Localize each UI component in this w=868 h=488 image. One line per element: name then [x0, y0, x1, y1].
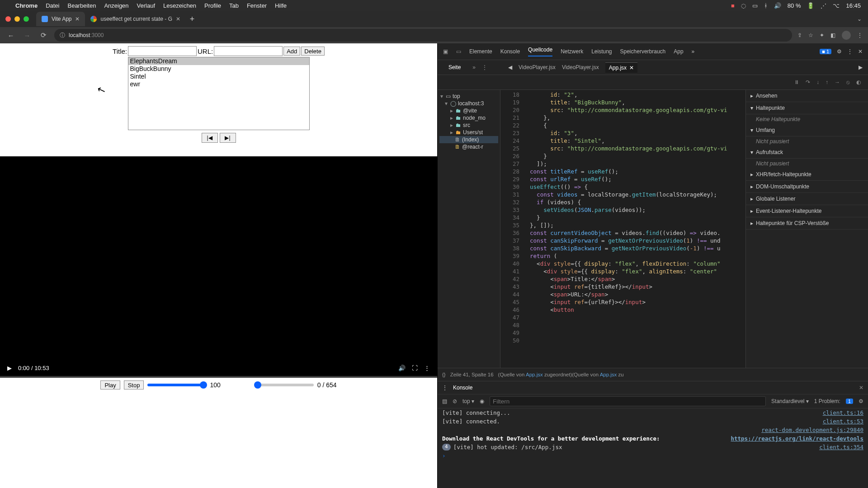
console-filter-input[interactable]: [490, 396, 766, 406]
console-output[interactable]: [vite] connecting... client.ts:16 [vite]…: [438, 408, 868, 488]
video-listbox[interactable]: ElephantsDream BigBuckBunny Sintel ewr: [128, 57, 310, 130]
menu-datei[interactable]: Datei: [46, 2, 59, 9]
console-sidebar-icon[interactable]: ▤: [442, 398, 447, 404]
react-devtools-link[interactable]: https://reactjs.org/link/react-devtools: [731, 435, 864, 442]
subtab-more-icon[interactable]: »: [472, 64, 476, 70]
sidepanel-icon[interactable]: ◧: [830, 32, 835, 38]
address-bar[interactable]: ⓘ localhost:3000: [54, 29, 792, 42]
panel-speicher[interactable]: Speicherverbrauch: [620, 48, 666, 55]
chrome-menu-icon[interactable]: ⋮: [857, 32, 863, 38]
close-file-icon[interactable]: ✕: [629, 65, 634, 71]
tree-folder[interactable]: Users/st: [463, 129, 483, 136]
menu-tab[interactable]: Tab: [229, 2, 239, 9]
video-player[interactable]: ▶ 0:00 / 10:53 🔊 ⛶ ⋮: [0, 156, 437, 378]
sourcemap-link[interactable]: App.jsx: [600, 372, 617, 377]
panel-quellcode[interactable]: Quellcode: [528, 47, 552, 56]
tree-host[interactable]: localhost:3: [458, 100, 484, 107]
file-tab-active[interactable]: App.jsx ✕: [605, 62, 637, 73]
devtools-close-icon[interactable]: ✕: [858, 48, 863, 55]
console-source-link[interactable]: client.ts:354: [819, 444, 863, 450]
section-event[interactable]: ▸ Event-Listener-Haltepunkte: [746, 205, 868, 217]
list-item[interactable]: ElephantsDream: [128, 57, 309, 65]
status-volume-icon[interactable]: 🔊: [774, 2, 781, 9]
tree-folder[interactable]: src: [463, 122, 470, 128]
menu-profile[interactable]: Profile: [204, 2, 221, 9]
volume-icon[interactable]: 🔊: [398, 365, 406, 371]
menu-fenster[interactable]: Fenster: [247, 2, 267, 9]
menu-verlauf[interactable]: Verlauf: [137, 2, 155, 9]
seek-slider[interactable]: [255, 384, 314, 386]
drawer-title[interactable]: Konsole: [453, 385, 472, 391]
new-tab-button[interactable]: +: [186, 14, 198, 24]
console-source-link[interactable]: react-dom.development.js:29840: [761, 427, 863, 433]
skip-back-button[interactable]: |◀: [202, 133, 218, 143]
section-xhr[interactable]: ▸ XHR/fetch-Haltepunkte: [746, 169, 868, 181]
tree-folder[interactable]: @vite: [463, 108, 477, 114]
site-info-icon[interactable]: ⓘ: [60, 32, 65, 39]
context-selector[interactable]: top ▾: [462, 398, 474, 404]
tree-file[interactable]: @react-r: [462, 144, 483, 150]
problems-count[interactable]: 1: [846, 399, 853, 404]
panel-elemente[interactable]: Elemente: [469, 48, 492, 55]
fullscreen-icon[interactable]: ⛶: [412, 365, 418, 371]
video-progress[interactable]: [0, 376, 437, 378]
stop-button[interactable]: Stop: [124, 380, 144, 389]
issues-badge[interactable]: ■ 1: [820, 49, 831, 54]
battery-icon[interactable]: 🔋: [807, 2, 814, 9]
file-nav-prev-icon[interactable]: ◀: [508, 64, 512, 70]
play-button[interactable]: Play: [100, 380, 120, 389]
drawer-menu-icon[interactable]: ⋮: [442, 385, 448, 391]
url-input[interactable]: [214, 46, 283, 56]
menu-hilfe[interactable]: Hilfe: [275, 2, 287, 9]
close-tab-icon[interactable]: ✕: [176, 16, 180, 22]
tree-folder[interactable]: node_mo: [463, 115, 486, 121]
close-tab-icon[interactable]: ✕: [75, 16, 80, 22]
section-csp[interactable]: ▸ Haltepunkte für CSP-Verstöße: [746, 217, 868, 230]
panel-leistung[interactable]: Leistung: [591, 48, 612, 55]
code-editor[interactable]: 1819202122232425262728293031323334353637…: [500, 90, 745, 368]
list-item[interactable]: BigBuckBunny: [128, 65, 309, 73]
file-tab[interactable]: VideoPlayer.jsx: [562, 64, 599, 70]
list-item[interactable]: ewr: [128, 80, 309, 88]
window-traffic-lights[interactable]: [5, 16, 29, 22]
drawer-close-icon[interactable]: ✕: [859, 385, 863, 391]
pause-icon[interactable]: ⏸: [794, 79, 799, 85]
step-into-icon[interactable]: ↓: [816, 79, 819, 85]
file-tab[interactable]: VideoPlayer.jsx: [519, 64, 556, 70]
tab-google-search[interactable]: useeffect get current state - G ✕: [85, 12, 186, 26]
status-rec-icon[interactable]: ■: [731, 2, 735, 9]
add-button[interactable]: Add: [283, 47, 300, 56]
extensions-icon[interactable]: ✦: [820, 32, 824, 38]
slider-thumb-icon[interactable]: [254, 381, 261, 389]
problems-label[interactable]: 1 Problem:: [814, 398, 840, 404]
section-breakpoints[interactable]: ▾ Haltepunkte: [746, 102, 868, 114]
list-item[interactable]: Sintel: [128, 73, 309, 80]
subtab-seite[interactable]: Seite: [443, 60, 466, 75]
tree-top[interactable]: top: [453, 93, 460, 99]
section-watch[interactable]: ▸ Ansehen: [746, 90, 868, 102]
section-callstack[interactable]: ▾ Aufrufstack: [746, 146, 868, 159]
tab-vite-app[interactable]: Vite App ✕: [36, 12, 85, 26]
code-content[interactable]: id: "2", title: "BigBuckBunny", src: "ht…: [523, 90, 745, 368]
console-source-link[interactable]: client.ts:53: [823, 418, 863, 425]
status-display-icon[interactable]: ▭: [752, 2, 758, 9]
panel-more-icon[interactable]: »: [692, 48, 695, 55]
sourcemap-link[interactable]: App.jsx: [526, 372, 543, 377]
profile-avatar[interactable]: [842, 31, 851, 40]
share-icon[interactable]: ⇪: [797, 32, 802, 38]
bookmark-icon[interactable]: ☆: [808, 32, 813, 38]
device-toolbar-icon[interactable]: ▭: [456, 48, 461, 55]
live-expression-icon[interactable]: ◉: [480, 398, 484, 404]
devtools-menu-icon[interactable]: ⋮: [847, 48, 853, 55]
settings-icon[interactable]: ⚙: [837, 48, 842, 55]
close-window-icon[interactable]: [5, 16, 11, 22]
chevron-down-icon[interactable]: ⌄: [857, 16, 868, 22]
menu-bearbeiten[interactable]: Bearbeiten: [67, 2, 96, 9]
menu-lesezeichen[interactable]: Lesezeichen: [163, 2, 196, 9]
subtab-menu-icon[interactable]: ⋮: [482, 64, 487, 70]
deactivate-bp-icon[interactable]: ⦸: [846, 79, 850, 85]
clock[interactable]: 16:45: [846, 2, 861, 9]
section-scope[interactable]: ▾ Umfang: [746, 124, 868, 136]
panel-app[interactable]: App: [674, 48, 683, 55]
file-nav-next-icon[interactable]: ▶: [859, 64, 863, 70]
